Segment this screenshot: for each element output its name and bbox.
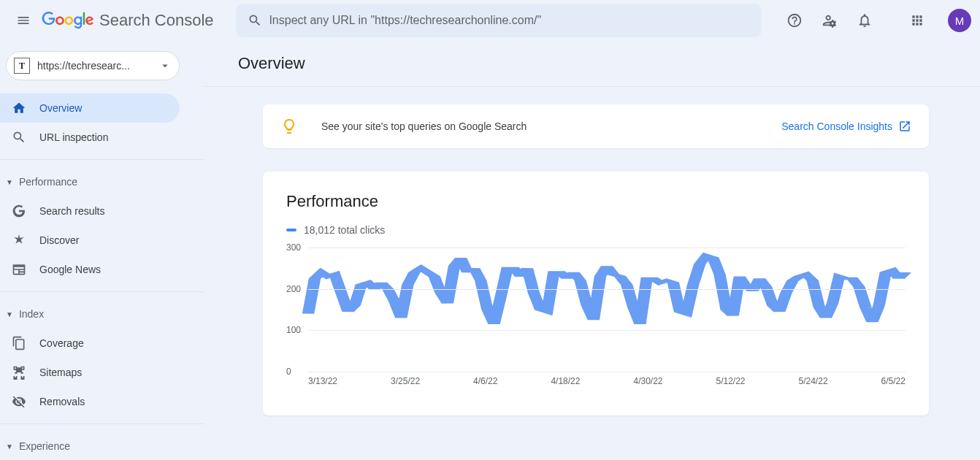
sidebar-item-removals[interactable]: Removals	[0, 387, 180, 416]
notifications-button[interactable]	[850, 6, 879, 35]
help-button[interactable]	[780, 6, 809, 35]
chevron-down-icon: ▼	[6, 442, 13, 451]
x-tick-label: 4/6/22	[473, 376, 497, 386]
x-tick-label: 5/24/22	[799, 376, 828, 386]
sidebar: T https://techresearc... Overview URL in…	[0, 41, 204, 460]
sidebar-item-label: Google News	[39, 264, 101, 275]
sidebar-item-search-results[interactable]: Search results	[0, 196, 180, 226]
performance-card: Performance 18,012 total clicks 01002003…	[263, 172, 929, 415]
news-icon	[12, 262, 26, 277]
account-avatar[interactable]: M	[948, 9, 971, 32]
hamburger-icon	[16, 13, 31, 28]
performance-title: Performance	[286, 192, 906, 211]
search-input[interactable]	[269, 14, 755, 27]
performance-chart: 0100200300 3/13/223/25/224/6/224/18/224/…	[286, 248, 906, 386]
product-name: Search Console	[99, 11, 214, 30]
chevron-down-icon	[158, 59, 172, 72]
x-tick-label: 5/12/22	[716, 376, 745, 386]
lightbulb-icon	[280, 118, 298, 135]
sidebar-section-experience[interactable]: ▼ Experience	[0, 432, 204, 460]
x-tick-label: 4/18/22	[551, 376, 580, 386]
sidebar-item-label: Discover	[39, 234, 79, 246]
y-tick-label: 0	[286, 367, 291, 377]
sitemap-icon	[12, 365, 26, 380]
sidebar-item-discover[interactable]: Discover	[0, 226, 180, 255]
sidebar-item-coverage[interactable]: Coverage	[0, 329, 180, 358]
x-tick-label: 3/13/22	[308, 376, 337, 386]
x-tick-label: 3/25/22	[391, 376, 420, 386]
insights-link[interactable]: Search Console Insights	[781, 120, 911, 133]
open-in-new-icon	[898, 120, 911, 133]
chevron-down-icon: ▼	[6, 178, 13, 186]
property-label: https://techresearc...	[37, 60, 151, 72]
sidebar-item-label: Removals	[39, 396, 85, 407]
search-icon	[242, 13, 269, 28]
sidebar-item-sitemaps[interactable]: Sitemaps	[0, 358, 180, 387]
property-icon: T	[14, 58, 30, 74]
sidebar-item-google-news[interactable]: Google News	[0, 255, 180, 284]
help-icon	[786, 12, 803, 28]
insights-card: See your site's top queries on Google Se…	[263, 104, 929, 148]
chevron-down-icon: ▼	[6, 310, 13, 318]
asterisk-icon	[12, 233, 26, 248]
page-title: Overview	[204, 41, 980, 86]
pages-icon	[12, 336, 26, 350]
y-tick-label: 300	[286, 242, 301, 253]
bell-icon	[857, 12, 873, 28]
x-tick-label: 4/30/22	[633, 376, 662, 386]
main-content: Overview See your site's top queries on …	[204, 41, 980, 460]
sidebar-item-url-inspection[interactable]: URL inspection	[0, 123, 180, 152]
sidebar-item-label: URL inspection	[39, 131, 108, 143]
sidebar-item-overview[interactable]: Overview	[0, 93, 180, 123]
google-logo-icon	[41, 12, 95, 29]
y-tick-label: 200	[286, 284, 301, 294]
apps-grid-icon	[910, 13, 925, 28]
product-logo[interactable]: Search Console	[41, 11, 214, 30]
sidebar-item-label: Sitemaps	[39, 367, 82, 378]
insights-text: See your site's top queries on Google Se…	[321, 120, 764, 132]
chart-legend: 18,012 total clicks	[286, 224, 906, 236]
y-tick-label: 100	[286, 325, 301, 335]
visibility-off-icon	[12, 394, 26, 409]
home-icon	[12, 101, 26, 115]
apps-button[interactable]	[903, 6, 932, 35]
users-button[interactable]	[815, 6, 844, 35]
google-g-icon	[12, 204, 26, 218]
user-settings-icon	[822, 12, 838, 28]
sidebar-section-index[interactable]: ▼ Index	[0, 299, 204, 329]
sidebar-item-label: Coverage	[39, 337, 84, 349]
x-tick-label: 6/5/22	[881, 376, 906, 386]
sidebar-item-label: Overview	[39, 102, 82, 114]
sidebar-section-performance[interactable]: ▼ Performance	[0, 167, 204, 196]
legend-label: 18,012 total clicks	[304, 224, 385, 236]
property-selector[interactable]: T https://techresearc...	[6, 51, 180, 80]
search-icon	[12, 130, 26, 145]
menu-button[interactable]	[9, 6, 38, 35]
legend-swatch	[286, 229, 296, 231]
sidebar-item-label: Search results	[39, 205, 104, 217]
url-inspect-searchbox[interactable]	[236, 4, 762, 37]
